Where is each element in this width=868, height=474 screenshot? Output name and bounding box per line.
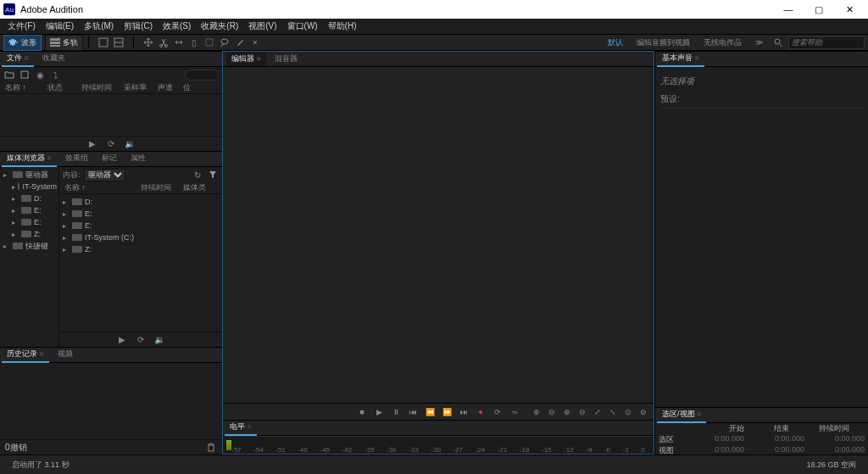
loop-button[interactable]: ⟳	[492, 406, 504, 418]
brush-tool-icon[interactable]	[233, 36, 247, 49]
media-loop-icon[interactable]: ⟳	[135, 334, 147, 346]
menubar: 文件(F) 编辑(E) 多轨(M) 剪辑(C) 效果(S) 收藏夹(R) 视图(…	[0, 19, 868, 34]
move-tool-icon[interactable]	[142, 36, 155, 49]
menu-window[interactable]: 窗口(W)	[283, 20, 322, 33]
svg-rect-0	[50, 38, 60, 41]
menu-effects[interactable]: 效果(S)	[159, 20, 195, 33]
filter-icon[interactable]	[207, 169, 219, 181]
tree-item[interactable]: ▸E:	[2, 216, 57, 228]
tree-item[interactable]: ▸E:	[61, 220, 220, 231]
open-file-icon[interactable]	[3, 69, 15, 81]
stop-button[interactable]: ■	[356, 406, 368, 418]
tab-video[interactable]: 视频	[53, 347, 78, 363]
workspace-edit-video[interactable]: 编辑音频到视频	[632, 37, 695, 48]
zoom-full-icon[interactable]: ⤢	[592, 406, 604, 418]
media-columns-header[interactable]: 名称 ↑ 持续时间 媒体类	[59, 182, 222, 194]
tree-item[interactable]: ▸D:	[61, 196, 220, 208]
tree-item[interactable]: ▸Z:	[61, 243, 220, 255]
files-columns-header[interactable]: 名称 ↑ 状态 持续时间 采样率 声道 位	[0, 82, 222, 94]
workspace-default[interactable]: 默认	[603, 37, 628, 48]
tab-editor[interactable]: 编辑器 ≡	[226, 52, 266, 66]
tab-essential-sound[interactable]: 基本声音≡	[657, 51, 704, 67]
forward-button[interactable]: ⏩	[441, 406, 453, 418]
tree-item[interactable]: ▸IT-System	[2, 181, 57, 192]
loop-preview-icon[interactable]: ⟳	[105, 138, 117, 150]
slip-tool-icon[interactable]	[172, 36, 186, 49]
tab-effects-rack[interactable]: 效果组	[60, 151, 93, 167]
zoom-in-point-icon[interactable]: ⊙	[622, 406, 634, 418]
zoom-out-h-icon[interactable]: ⊖	[546, 406, 558, 418]
record-file-icon[interactable]: ◉	[34, 69, 46, 81]
menu-clip[interactable]: 剪辑(C)	[120, 20, 157, 33]
tab-properties[interactable]: 属性	[125, 151, 151, 167]
editor-body[interactable]	[223, 67, 654, 403]
close-button[interactable]: ✕	[834, 0, 865, 19]
tree-item[interactable]: ▸E:	[61, 208, 220, 220]
rewind-button[interactable]: ⏪	[424, 406, 436, 418]
play-preview-icon[interactable]: ▶	[86, 138, 98, 150]
waveform-mode-button[interactable]: 波形	[3, 35, 42, 51]
zoom-in-v-icon[interactable]: ⊕	[561, 406, 573, 418]
history-panel: 历史记录≡ 视频 0撤销	[0, 347, 222, 454]
menu-file[interactable]: 文件(F)	[3, 20, 40, 33]
tree-item[interactable]: ▸快捷键	[2, 240, 57, 252]
tab-levels[interactable]: 电平≡	[225, 420, 257, 436]
menu-multitrack[interactable]: 多轨(M)	[80, 20, 118, 33]
pause-button[interactable]: ⏸	[390, 406, 402, 418]
media-auto-icon[interactable]: 🔉	[153, 334, 165, 346]
menu-help[interactable]: 帮助(H)	[324, 20, 361, 33]
panel-menu-icon[interactable]: ≡	[25, 54, 29, 62]
play-button[interactable]: ▶	[373, 406, 385, 418]
go-start-button[interactable]: ⏮	[407, 406, 419, 418]
insert-icon[interactable]: ⤵	[49, 69, 61, 81]
marquee-tool-icon[interactable]	[203, 36, 216, 49]
media-play-icon[interactable]: ▶	[116, 334, 128, 346]
tree-item[interactable]: ▸Z:	[2, 228, 57, 240]
refresh-icon[interactable]: ↻	[192, 169, 203, 181]
statusbar: 启动用了 3.11 秒 18.26 GB 空闲	[0, 454, 868, 474]
autoplay-icon[interactable]: 🔉	[124, 138, 136, 150]
lasso-tool-icon[interactable]	[218, 36, 231, 49]
workspace-more[interactable]: ≫	[750, 38, 768, 47]
workspace-radio[interactable]: 无线电作品	[698, 37, 747, 48]
menu-edit[interactable]: 编辑(E)	[42, 20, 78, 33]
skip-selection-button[interactable]: ⤼	[509, 406, 520, 418]
go-end-button[interactable]: ⏭	[458, 406, 470, 418]
tree-item[interactable]: ▸IT-System (C:)	[61, 231, 220, 243]
tab-media-browser[interactable]: 媒体浏览器≡	[2, 151, 57, 167]
record-button[interactable]: ●	[475, 406, 487, 418]
multitrack-icon	[50, 38, 60, 47]
tab-selection-view[interactable]: 选区/视图≡	[657, 407, 706, 423]
preset-row[interactable]: 预设:	[660, 91, 863, 109]
tab-markers[interactable]: 标记	[97, 151, 122, 167]
help-search-input[interactable]	[788, 36, 865, 49]
tab-favorites[interactable]: 收藏夹	[37, 51, 70, 67]
menu-view[interactable]: 视图(V)	[244, 20, 281, 33]
time-select-tool-icon[interactable]: ▯	[187, 36, 201, 49]
menu-favorites[interactable]: 收藏夹(R)	[197, 20, 242, 33]
tab-files[interactable]: 文件≡	[2, 51, 34, 67]
new-file-icon[interactable]	[19, 69, 31, 81]
spectral-toggle-icon[interactable]	[112, 36, 125, 49]
multitrack-mode-button[interactable]: 多轨	[45, 35, 83, 51]
svg-rect-3	[99, 38, 108, 47]
zoom-out-point-icon[interactable]: ⊚	[637, 406, 649, 418]
tree-item[interactable]: ▸D:	[2, 192, 57, 204]
tab-history[interactable]: 历史记录≡	[2, 347, 49, 363]
editor-column: 编辑器 ≡ 混音器 ■ ▶ ⏸ ⏮ ⏪ ⏩ ⏭ ● ⟳ ⤼ ⊕ ⊖ ⊕ ⊖ ⤢ …	[222, 51, 654, 454]
maximize-button[interactable]: ▢	[804, 0, 834, 19]
razor-tool-icon[interactable]	[157, 36, 170, 49]
zoom-selection-icon[interactable]: ⤡	[607, 406, 619, 418]
trash-icon[interactable]	[205, 442, 217, 454]
tab-mixer[interactable]: 混音器	[270, 52, 303, 66]
zoom-out-v-icon[interactable]: ⊖	[576, 406, 588, 418]
zoom-in-h-icon[interactable]: ⊕	[531, 406, 542, 418]
tree-item[interactable]: ▸E:	[2, 204, 57, 216]
files-search-input[interactable]	[185, 70, 219, 81]
app-logo: Au	[3, 3, 15, 15]
tree-item[interactable]: ▸驱动器	[2, 169, 57, 181]
minimize-button[interactable]: —	[773, 0, 804, 19]
heal-tool-icon[interactable]	[248, 36, 262, 49]
content-select[interactable]: 驱动器	[84, 169, 125, 181]
hud-toggle-icon[interactable]	[97, 36, 110, 49]
